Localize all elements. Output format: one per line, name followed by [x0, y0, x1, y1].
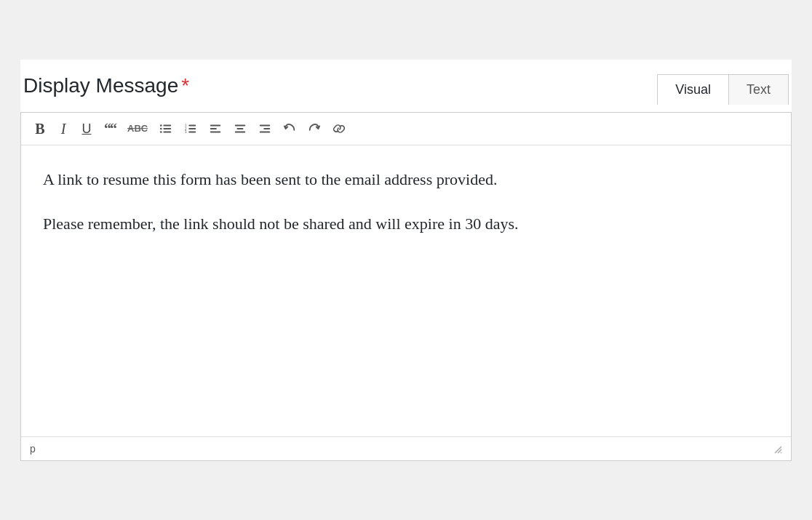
svg-rect-19 [263, 128, 270, 129]
editor-content[interactable]: A link to resume this form has been sent… [21, 145, 791, 436]
align-right-icon [258, 122, 271, 135]
field-label: Display Message* [23, 74, 189, 97]
footer-tag: p [30, 443, 36, 455]
field-label-text: Display Message [23, 74, 178, 97]
svg-point-4 [160, 127, 162, 129]
display-message-field: Display Message* Visual Text B I U ““ [20, 60, 792, 461]
redo-icon [308, 122, 321, 135]
strikethrough-button[interactable]: ABC [123, 119, 152, 139]
svg-rect-1 [164, 128, 172, 129]
svg-rect-20 [260, 131, 270, 132]
blockquote-label: ““ [104, 121, 116, 136]
svg-text:3: 3 [185, 130, 187, 134]
svg-rect-0 [164, 124, 172, 126]
svg-rect-13 [210, 128, 217, 129]
svg-rect-7 [188, 128, 196, 129]
svg-rect-6 [188, 124, 196, 126]
link-button[interactable] [328, 119, 350, 139]
italic-button[interactable]: I [53, 119, 73, 139]
unordered-list-icon [159, 122, 172, 135]
svg-rect-16 [237, 128, 244, 129]
tab-text[interactable]: Text [729, 75, 788, 105]
svg-rect-12 [210, 124, 220, 126]
svg-rect-8 [188, 131, 196, 132]
align-right-button[interactable] [254, 119, 276, 139]
editor-footer: p [21, 436, 791, 460]
unordered-list-button[interactable] [155, 119, 177, 139]
ordered-list-icon: 1 2 3 [184, 122, 197, 135]
svg-point-3 [160, 124, 162, 127]
editor-paragraph-2: Please remember, the link should not be … [43, 210, 769, 237]
bold-label: B [35, 121, 44, 136]
undo-icon [283, 122, 296, 135]
svg-rect-14 [210, 131, 220, 132]
strikethrough-label: ABC [127, 124, 148, 133]
ordered-list-button[interactable]: 1 2 3 [180, 119, 202, 139]
align-left-icon [209, 122, 222, 135]
undo-button[interactable] [279, 119, 300, 139]
view-tabs: Visual Text [657, 74, 789, 105]
blockquote-button[interactable]: ““ [100, 119, 120, 139]
required-marker: * [181, 74, 189, 97]
editor-paragraph-1: A link to resume this form has been sent… [43, 166, 769, 193]
italic-label: I [61, 121, 66, 136]
svg-line-23 [781, 452, 781, 453]
svg-rect-17 [235, 131, 245, 132]
svg-rect-2 [164, 131, 172, 132]
underline-label: U [82, 122, 92, 135]
link-icon [333, 122, 346, 135]
editor-wrapper: B I U ““ ABC [20, 112, 792, 461]
align-center-button[interactable] [229, 119, 251, 139]
svg-rect-18 [260, 124, 270, 126]
svg-rect-15 [235, 124, 245, 126]
bold-button[interactable]: B [30, 119, 50, 139]
align-center-icon [234, 122, 247, 135]
align-left-button[interactable] [204, 119, 226, 139]
redo-button[interactable] [303, 119, 325, 139]
toolbar: B I U ““ ABC [21, 113, 791, 145]
resize-handle-icon[interactable] [772, 444, 782, 454]
svg-point-5 [160, 131, 162, 133]
field-header: Display Message* Visual Text [20, 74, 792, 112]
underline-button[interactable]: U [76, 119, 97, 139]
tab-visual[interactable]: Visual [658, 75, 729, 105]
